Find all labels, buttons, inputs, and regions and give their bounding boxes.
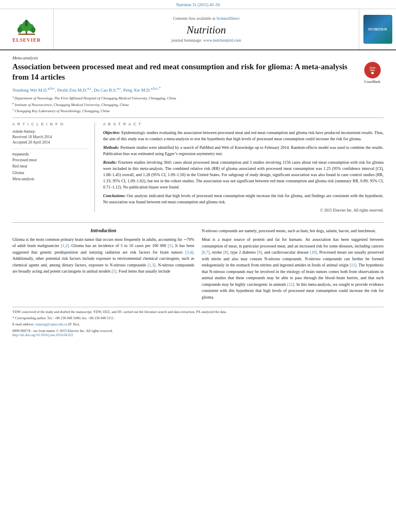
- body-content: Introduction Glioma is the most common p…: [0, 228, 396, 303]
- affiliations: a Department of Neurology, The First Aff…: [12, 95, 384, 114]
- abstract-methods-text: Pertinent studies were identified by a s…: [103, 145, 384, 156]
- email-link[interactable]: xiepeng@cqmu.edu.cn: [35, 322, 67, 326]
- abstract-heading: A B S T R A C T: [103, 122, 384, 126]
- abstract-results: Results: Fourteen studies involving 3641…: [103, 159, 384, 190]
- article-title-container: Association between processed meat and r…: [12, 62, 384, 82]
- copyright-line: © 2015 Elsevier Inc. All rights reserved…: [103, 208, 384, 212]
- crossmark-badge-area: Cross Mark CrossMark: [361, 62, 384, 84]
- introduction-title: Introduction: [12, 228, 194, 234]
- affiliation-b: b Institute of Neuroscience, Chongqing M…: [12, 101, 384, 108]
- journal-homepage: journal homepage: www.nutritionjrnl.com: [172, 38, 241, 42]
- sciencedirect-link[interactable]: ScienceDirect: [216, 16, 239, 21]
- abstract-objective: Objective: Epidemiologic studies evaluat…: [103, 129, 384, 142]
- body-left-col: Introduction Glioma is the most common p…: [12, 228, 194, 303]
- info-abstract-columns: A R T I C L E I N F O Article history: R…: [12, 118, 384, 212]
- authors-line: Youdong Wei M.D.a,b,c, Dezhi Zou M.D.a,c…: [12, 86, 384, 92]
- elsevier-text: ELSEVIER: [12, 37, 41, 43]
- svg-point-6: [25, 20, 28, 23]
- crossmark-icon: Cross Mark: [364, 62, 381, 78]
- intro-left-para: Glioma is the most common primary brain …: [12, 236, 194, 275]
- crossmark-label: CrossMark: [361, 80, 384, 84]
- top-citation-bar: Nutrition 31 (2015) 45–50: [0, 0, 396, 9]
- history-label: Article history:: [12, 129, 88, 134]
- journal-header: ELSEVIER Contents lists available at Sci…: [0, 9, 396, 50]
- svg-point-5: [31, 27, 35, 33]
- svg-rect-8: [18, 33, 35, 35]
- svg-text:Mark: Mark: [370, 69, 375, 71]
- info-divider: [12, 148, 88, 149]
- footer-note-1: YDW conceived of the study and drafted t…: [12, 310, 384, 315]
- journal-title: Nutrition: [186, 24, 226, 36]
- elsevier-logo-area: ELSEVIER: [0, 9, 54, 49]
- accepted-date: Accepted 20 April 2014: [12, 140, 88, 145]
- keyword-1: Processed meat: [12, 157, 88, 163]
- journal-center: Contents lists available at ScienceDirec…: [54, 9, 359, 49]
- keyword-4: Meta-analysis: [12, 176, 88, 182]
- abstract-objective-text: Epidemiologic studies evaluating the ass…: [103, 130, 384, 141]
- abstract-conclusions-text: Our analysis indicated that high levels …: [103, 193, 384, 204]
- nutrition-logo-area: NUTRITION: [359, 9, 396, 49]
- affiliation-c: c Chongqing Key Laboratory of Neurobiolo…: [12, 108, 384, 114]
- article-info-heading: A R T I C L E I N F O: [12, 122, 88, 126]
- intro-right-para-2: Meat is a major source of protein and fa…: [202, 236, 384, 300]
- article-content: Meta-analysis Association between proces…: [0, 50, 396, 217]
- footer-note-3: E-mail address: xiepeng@cqmu.edu.cn (P. …: [12, 322, 384, 327]
- keywords-list: Processed meat Red meat Glioma Meta-anal…: [12, 157, 88, 182]
- abstract-conclusions: Conclusions: Our analysis indicated that…: [103, 193, 384, 205]
- homepage-link[interactable]: www.nutritionjrnl.com: [203, 38, 241, 42]
- intro-right-para-1: N-nitroso compounds are namely, processe…: [202, 228, 384, 234]
- body-right-col: N-nitroso compounds are namely, processe…: [202, 228, 384, 303]
- abstract-results-text: Fourteen studies involving 3641 cases ab…: [103, 160, 384, 189]
- article-title-text: Association between processed meat and r…: [12, 62, 347, 81]
- authors-text: Youdong Wei M.D.a,b,c, Dezhi Zou M.D.a,c…: [12, 87, 161, 92]
- keyword-2: Red meat: [12, 163, 88, 169]
- svg-rect-7: [25, 22, 27, 26]
- svg-point-4: [17, 27, 22, 33]
- article-meta-type: Meta-analysis: [12, 55, 384, 60]
- footer-notes: YDW conceived of the study and drafted t…: [12, 307, 384, 337]
- footer-note-2: * Corresponding author. Tel.: +86 236 84…: [12, 316, 384, 321]
- citation-text: Nutrition 31 (2015) 45–50: [176, 2, 220, 7]
- page: Nutrition 31 (2015) 45–50 ELSEVIER: [0, 0, 396, 532]
- elsevier-tree-icon: [9, 16, 44, 36]
- issn-text: 0899-9007/$ - see front matter © 2015 El…: [12, 329, 113, 333]
- received-date: Received 18 March 2014: [12, 134, 88, 140]
- body-divider: [12, 222, 384, 223]
- footer-issn: 0899-9007/$ - see front matter © 2015 El…: [12, 329, 384, 337]
- abstract-column: A B S T R A C T Objective: Epidemiologic…: [103, 122, 384, 212]
- sciencedirect-line: Contents lists available at ScienceDirec…: [173, 16, 239, 21]
- keyword-3: Glioma: [12, 170, 88, 176]
- nutrition-logo-img: NUTRITION: [363, 15, 392, 44]
- nutrition-logo-text: NUTRITION: [366, 26, 389, 33]
- doi-link[interactable]: http://dx.doi.org/10.1016/j.nut.2014.04.…: [12, 333, 73, 337]
- affiliation-a: a Department of Neurology, The First Aff…: [12, 95, 384, 101]
- abstract-methods: Methods: Pertinent studies were identifi…: [103, 144, 384, 157]
- article-info-column: A R T I C L E I N F O Article history: R…: [12, 122, 95, 212]
- svg-point-12: [371, 72, 374, 74]
- keywords-label: Keywords:: [12, 152, 88, 156]
